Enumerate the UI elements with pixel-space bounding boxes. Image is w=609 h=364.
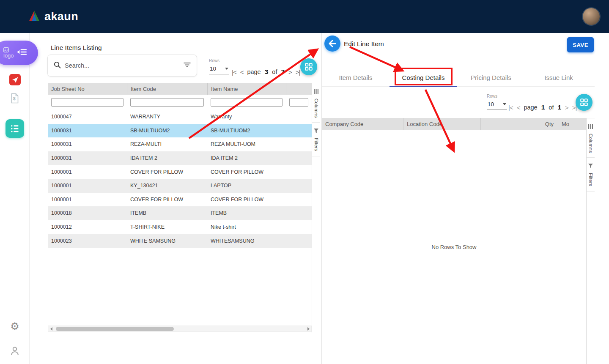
cell-item-code[interactable]: ITEMB xyxy=(127,210,207,216)
cell-item-name[interactable]: COVER FOR PILLOW xyxy=(207,169,286,175)
save-button[interactable]: SAVE xyxy=(567,37,594,52)
costing-table-header-row: Company Code Location Code Qty Mo xyxy=(322,118,586,130)
rows-per-page-select[interactable]: 10 xyxy=(209,65,229,74)
table-row[interactable]: 1000001 COVER FOR PILLOW COVER FOR PILLO… xyxy=(48,193,312,207)
header-item-name[interactable]: Item Name xyxy=(207,83,286,95)
sidebar-toggle-pill[interactable]: logo xyxy=(0,41,38,65)
table-row[interactable]: 1000001 KY_130421 LAPTOP xyxy=(48,179,312,193)
cell-job-sheet-no[interactable]: 1000012 xyxy=(48,224,127,230)
table-row[interactable]: 1000001 COVER FOR PILLOW COVER FOR PILLO… xyxy=(48,165,312,179)
cell-item-name[interactable]: ITEMB xyxy=(207,210,286,216)
chevron-down-icon xyxy=(225,68,228,70)
cell-item-code[interactable]: KY_130421 xyxy=(127,183,207,189)
header-job-sheet-no[interactable]: Job Sheet No xyxy=(48,83,127,95)
pagination: |< < page 1 of 1 > >| xyxy=(508,104,576,111)
cell-item-name[interactable]: Warranty xyxy=(207,114,286,120)
filter-item-name-input[interactable] xyxy=(211,98,283,107)
header-model[interactable]: Mo xyxy=(558,118,586,130)
filter-item-code-input[interactable] xyxy=(130,98,204,107)
sidebar-app-line-items[interactable] xyxy=(0,119,30,138)
filters-tool-tab[interactable]: Filters xyxy=(587,158,595,191)
panel-title: Edit Line Item xyxy=(344,40,384,48)
search-input[interactable] xyxy=(65,62,180,69)
tab-item-details[interactable]: Item Details xyxy=(322,69,390,86)
table-header-row: Job Sheet No Item Code Item Name xyxy=(48,83,312,95)
prev-page-button[interactable]: < xyxy=(240,68,244,76)
table-row[interactable]: 1000031 IDA ITEM 2 IDA ITEM 2 xyxy=(48,151,312,165)
columns-tool-tab[interactable]: Columns xyxy=(312,83,320,123)
cell-job-sheet-no[interactable]: 1000023 xyxy=(48,238,127,244)
table-row[interactable]: 1000018 ITEMB ITEMB xyxy=(48,206,312,220)
cell-item-name[interactable]: REZA MULTI-UOM xyxy=(207,141,286,147)
filter-job-sheet-no-input[interactable] xyxy=(51,98,123,107)
cell-job-sheet-no[interactable]: 1000047 xyxy=(48,114,127,120)
table-row[interactable]: 1000031 REZA-MULTI REZA MULTI-UOM xyxy=(48,137,312,151)
cell-job-sheet-no[interactable]: 1000001 xyxy=(48,183,127,189)
filter-extra-input[interactable] xyxy=(289,98,308,107)
cell-item-code[interactable]: COVER FOR PILLOW xyxy=(127,197,207,203)
costing-table-body: No Rows To Show xyxy=(322,130,586,364)
scroll-left-arrow[interactable] xyxy=(48,326,54,331)
line-items-panel: Line Items Listing Rows 10 xyxy=(30,33,321,364)
next-page-button[interactable]: > xyxy=(565,104,568,111)
cell-item-code[interactable]: REZA-MULTI xyxy=(127,141,207,147)
columns-tool-tab[interactable]: Columns xyxy=(587,118,595,158)
sidebar-profile[interactable] xyxy=(0,346,30,358)
document-dollar-icon: $ xyxy=(11,93,19,105)
cell-item-name[interactable]: Nike t-shirt xyxy=(207,224,286,230)
cell-item-code[interactable]: COVER FOR PILLOW xyxy=(127,169,207,175)
total-pages: 1 xyxy=(557,104,561,111)
cell-item-name[interactable]: LAPTOP xyxy=(207,183,286,189)
grid-view-button[interactable] xyxy=(300,58,317,75)
cell-job-sheet-no[interactable]: 1000001 xyxy=(48,169,127,175)
cell-item-name[interactable]: SB-MULTIUOM2 xyxy=(207,128,286,134)
filters-tool-tab[interactable]: Filters xyxy=(312,123,320,156)
cell-job-sheet-no[interactable]: 1000031 xyxy=(48,128,127,134)
filter-list-icon[interactable] xyxy=(184,62,191,69)
cell-item-name[interactable]: WHITESAMSUNG xyxy=(207,238,286,244)
tab-issue-link[interactable]: Issue Link xyxy=(525,69,593,86)
gear-icon: ⚙ xyxy=(10,320,19,332)
next-page-button[interactable]: > xyxy=(288,68,292,76)
cell-item-code[interactable]: SB-MULTIUOM2 xyxy=(127,128,207,134)
prev-page-button[interactable]: < xyxy=(517,104,520,111)
rows-per-page: Rows 10 xyxy=(209,58,229,74)
table-row[interactable]: 1000012 T-SHIRT-NIKE Nike t-shirt xyxy=(48,220,312,234)
table-row[interactable]: 1000047 WARRANTY Warranty xyxy=(48,110,312,124)
app-window: akaun $ xyxy=(0,0,609,364)
page-word: page xyxy=(247,68,261,75)
cell-item-code[interactable]: WARRANTY xyxy=(127,114,207,120)
cell-job-sheet-no[interactable]: 1000001 xyxy=(48,197,127,203)
sidebar-settings[interactable]: ⚙ xyxy=(0,320,30,332)
cell-item-code[interactable]: WHITE SAMSUNG xyxy=(127,238,207,244)
sidebar-app-document[interactable]: $ xyxy=(0,93,30,105)
header-company-code[interactable]: Company Code xyxy=(322,118,403,130)
table-row[interactable]: 1000031 SB-MULTIUOM2 SB-MULTIUOM2 xyxy=(48,124,312,138)
scroll-right-arrow[interactable] xyxy=(305,326,311,331)
rows-per-page-select[interactable]: 10 xyxy=(487,101,507,110)
cell-item-name[interactable]: IDA ITEM 2 xyxy=(207,155,286,161)
first-page-button[interactable]: |< xyxy=(508,104,513,111)
tab-pricing-details[interactable]: Pricing Details xyxy=(457,69,525,86)
search-box xyxy=(47,55,197,77)
scrollbar-thumb[interactable] xyxy=(56,327,174,331)
first-page-button[interactable]: |< xyxy=(232,68,236,76)
cell-job-sheet-no[interactable]: 1000018 xyxy=(48,210,127,216)
empty-rows-message: No Rows To Show xyxy=(432,244,477,250)
cell-item-code[interactable]: IDA ITEM 2 xyxy=(127,155,207,161)
back-button[interactable] xyxy=(324,36,340,52)
user-avatar[interactable] xyxy=(583,8,600,25)
last-page-button[interactable]: >| xyxy=(296,68,300,76)
header-item-code[interactable]: Item Code xyxy=(127,83,207,95)
cell-job-sheet-no[interactable]: 1000031 xyxy=(48,141,127,147)
tab-costing-details[interactable]: Costing Details xyxy=(390,69,457,86)
header-qty[interactable]: Qty xyxy=(480,118,558,130)
sidebar-app-red[interactable] xyxy=(0,74,30,85)
table-row[interactable]: 1000023 WHITE SAMSUNG WHITESAMSUNG xyxy=(48,234,312,248)
horizontal-scrollbar[interactable] xyxy=(48,326,312,332)
cell-item-code[interactable]: T-SHIRT-NIKE xyxy=(127,224,207,230)
cell-item-name[interactable]: COVER FOR PILLOW xyxy=(207,197,286,203)
grid-view-button[interactable] xyxy=(576,94,593,111)
cell-job-sheet-no[interactable]: 1000031 xyxy=(48,155,127,161)
header-location-code[interactable]: Location Code xyxy=(403,118,480,130)
